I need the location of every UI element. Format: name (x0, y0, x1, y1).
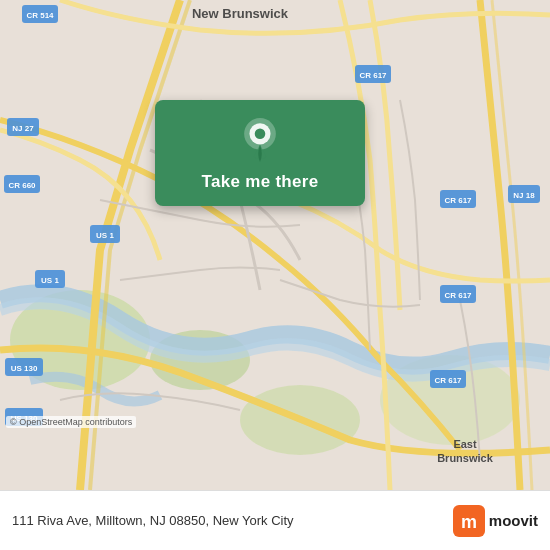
take-me-there-button[interactable]: Take me there (202, 172, 319, 192)
svg-text:m: m (461, 512, 477, 532)
svg-text:CR 617: CR 617 (444, 291, 472, 300)
svg-text:CR 617: CR 617 (359, 71, 387, 80)
moovit-logo: m moovit (453, 505, 538, 537)
svg-text:New Brunswick: New Brunswick (192, 6, 289, 21)
moovit-icon: m (453, 505, 485, 537)
bottom-bar: 111 Riva Ave, Milltown, NJ 08850, New Yo… (0, 490, 550, 550)
svg-text:US 1: US 1 (41, 276, 59, 285)
svg-text:CR 660: CR 660 (8, 181, 36, 190)
svg-text:CR 617: CR 617 (434, 376, 462, 385)
location-pin-icon (238, 118, 282, 162)
svg-point-34 (255, 129, 266, 140)
svg-text:East: East (453, 438, 477, 450)
osm-attribution: © OpenStreetMap contributors (6, 416, 136, 428)
moovit-brand-label: moovit (489, 512, 538, 529)
location-card: Take me there (155, 100, 365, 206)
svg-text:NJ 27: NJ 27 (12, 124, 34, 133)
svg-text:Brunswick: Brunswick (437, 452, 494, 464)
svg-text:CR 617: CR 617 (444, 196, 472, 205)
svg-text:NJ 18: NJ 18 (513, 191, 535, 200)
map-container: CR 514 NJ 27 CR 660 US 1 US 1 CR 617 CR … (0, 0, 550, 490)
svg-text:US 130: US 130 (11, 364, 38, 373)
svg-text:US 1: US 1 (96, 231, 114, 240)
svg-text:CR 514: CR 514 (26, 11, 54, 20)
address-label: 111 Riva Ave, Milltown, NJ 08850, New Yo… (12, 513, 453, 528)
